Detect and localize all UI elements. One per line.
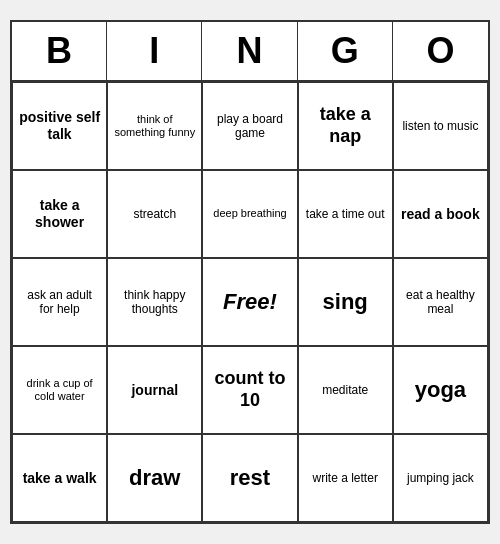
bingo-cell-14: eat a healthy meal [393,258,488,346]
bingo-cell-12: Free! [202,258,297,346]
bingo-cell-22: rest [202,434,297,522]
cell-text-9: read a book [401,206,480,223]
bingo-letter-o: O [393,22,488,80]
bingo-letter-g: G [298,22,393,80]
cell-text-4: listen to music [402,119,478,133]
bingo-cell-4: listen to music [393,82,488,170]
bingo-grid: positive self talkthink of something fun… [12,82,488,522]
bingo-letter-i: I [107,22,202,80]
cell-text-19: yoga [415,377,466,403]
cell-text-15: drink a cup of cold water [19,377,100,403]
cell-text-21: draw [129,465,180,491]
cell-text-23: write a letter [313,471,378,485]
cell-text-1: think of something funny [114,113,195,139]
cell-text-24: jumping jack [407,471,474,485]
cell-text-20: take a walk [23,470,97,487]
bingo-cell-0: positive self talk [12,82,107,170]
bingo-cell-6: streatch [107,170,202,258]
bingo-card: BINGO positive self talkthink of somethi… [10,20,490,524]
cell-text-8: take a time out [306,207,385,221]
bingo-cell-10: ask an adult for help [12,258,107,346]
cell-text-18: meditate [322,383,368,397]
bingo-cell-18: meditate [298,346,393,434]
cell-text-0: positive self talk [19,109,100,143]
bingo-header: BINGO [12,22,488,82]
cell-text-12: Free! [223,289,277,315]
bingo-cell-15: drink a cup of cold water [12,346,107,434]
cell-text-6: streatch [133,207,176,221]
bingo-letter-b: B [12,22,107,80]
bingo-letter-n: N [202,22,297,80]
cell-text-17: count to 10 [209,368,290,411]
bingo-cell-9: read a book [393,170,488,258]
cell-text-10: ask an adult for help [19,288,100,317]
bingo-cell-20: take a walk [12,434,107,522]
bingo-cell-17: count to 10 [202,346,297,434]
bingo-cell-13: sing [298,258,393,346]
cell-text-7: deep breathing [213,207,286,220]
cell-text-22: rest [230,465,270,491]
cell-text-3: take a nap [305,104,386,147]
bingo-cell-7: deep breathing [202,170,297,258]
cell-text-2: play a board game [209,112,290,141]
bingo-cell-1: think of something funny [107,82,202,170]
cell-text-5: take a shower [19,197,100,231]
cell-text-14: eat a healthy meal [400,288,481,317]
bingo-cell-21: draw [107,434,202,522]
bingo-cell-2: play a board game [202,82,297,170]
bingo-cell-3: take a nap [298,82,393,170]
bingo-cell-16: journal [107,346,202,434]
bingo-cell-5: take a shower [12,170,107,258]
bingo-cell-8: take a time out [298,170,393,258]
cell-text-11: think happy thoughts [114,288,195,317]
cell-text-16: journal [131,382,178,399]
cell-text-13: sing [323,289,368,315]
bingo-cell-11: think happy thoughts [107,258,202,346]
bingo-cell-24: jumping jack [393,434,488,522]
bingo-cell-23: write a letter [298,434,393,522]
bingo-cell-19: yoga [393,346,488,434]
